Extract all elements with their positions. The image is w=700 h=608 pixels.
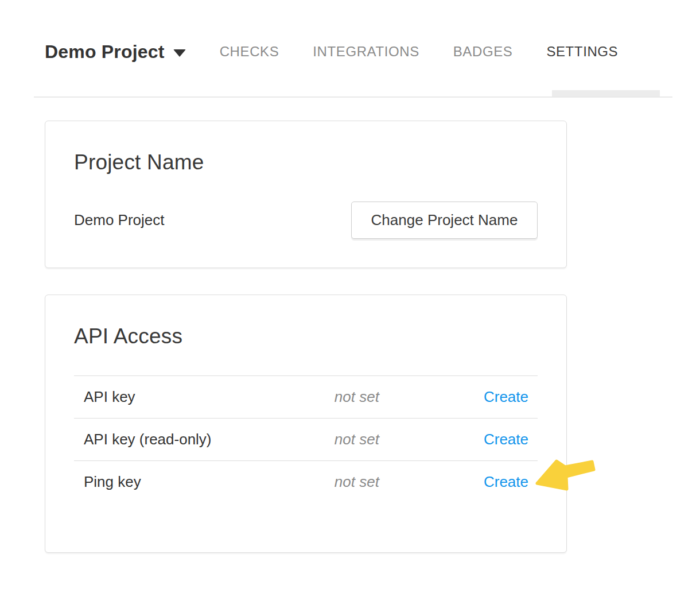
tab-settings[interactable]: SETTINGS: [546, 44, 618, 60]
tab-badges[interactable]: BADGES: [453, 44, 513, 60]
api-key-value: not set: [287, 388, 426, 406]
change-project-name-button[interactable]: Change Project Name: [351, 202, 538, 239]
project-name-row: Demo Project Change Project Name: [74, 202, 538, 239]
project-name-card-title: Project Name: [74, 150, 538, 175]
api-access-card-title: API Access: [74, 324, 538, 349]
ping-key-label: Ping key: [74, 473, 287, 491]
create-ping-key-link[interactable]: Create: [484, 473, 528, 490]
api-key-read-only-label: API key (read-only): [74, 431, 287, 448]
create-api-key-read-only-link[interactable]: Create: [484, 431, 528, 448]
settings-active-tab-indicator: [552, 90, 660, 96]
project-title: Demo Project: [45, 41, 165, 63]
project-switcher-dropdown[interactable]: Demo Project: [45, 41, 186, 63]
chevron-down-icon: [173, 49, 186, 57]
table-row-api-key-read-only: API key (read-only) not set Create: [74, 418, 538, 460]
project-name-card: Project Name Demo Project Change Project…: [45, 121, 567, 268]
tab-integrations[interactable]: INTEGRATIONS: [313, 44, 419, 60]
create-api-key-link[interactable]: Create: [484, 388, 528, 405]
api-key-read-only-value: not set: [287, 431, 426, 448]
api-keys-table: API key not set Create API key (read-onl…: [74, 375, 538, 503]
api-access-card: API Access API key not set Create API ke…: [45, 295, 567, 553]
ping-key-value: not set: [287, 473, 426, 491]
settings-page: Demo Project CHECKS INTEGRATIONS BADGES …: [0, 0, 700, 608]
table-row-api-key: API key not set Create: [74, 375, 538, 418]
current-project-name: Demo Project: [74, 211, 165, 229]
nav-divider: [34, 96, 672, 98]
api-key-label: API key: [74, 388, 287, 406]
table-row-ping-key: Ping key not set Create: [74, 460, 538, 503]
top-navigation: Demo Project CHECKS INTEGRATIONS BADGES …: [45, 33, 618, 70]
tab-checks[interactable]: CHECKS: [220, 44, 279, 60]
